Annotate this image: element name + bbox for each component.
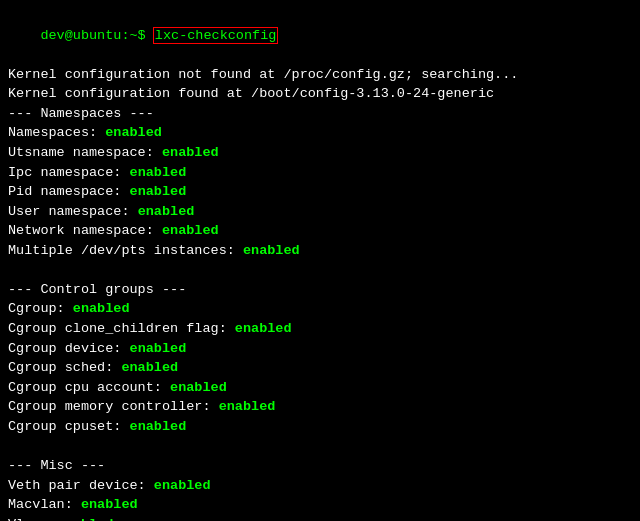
line-value: enabled (162, 145, 219, 160)
line-value: enabled (235, 321, 292, 336)
terminal-line: Cgroup memory controller: enabled (8, 397, 632, 417)
terminal-line: --- Namespaces --- (8, 104, 632, 124)
line-value: enabled (57, 517, 114, 521)
line-value: enabled (243, 243, 300, 258)
line-label: Cgroup: (8, 301, 73, 316)
line-label: User namespace: (8, 204, 138, 219)
line-label: Cgroup memory controller: (8, 399, 219, 414)
terminal-line: Cgroup: enabled (8, 299, 632, 319)
empty-line (8, 436, 632, 456)
terminal-line: Pid namespace: enabled (8, 182, 632, 202)
line-label: Cgroup device: (8, 341, 130, 356)
line-value: enabled (154, 478, 211, 493)
line-value: enabled (170, 380, 227, 395)
line-label: Macvlan: (8, 497, 81, 512)
terminal-window: dev@ubuntu:~$ lxc-checkconfig Kernel con… (8, 6, 632, 521)
line-label: Veth pair device: (8, 478, 154, 493)
line-value: enabled (219, 399, 276, 414)
terminal-line: Macvlan: enabled (8, 495, 632, 515)
terminal-line: User namespace: enabled (8, 202, 632, 222)
line-label: Pid namespace: (8, 184, 130, 199)
terminal-line: Cgroup device: enabled (8, 339, 632, 359)
line-label: Cgroup cpuset: (8, 419, 130, 434)
line-value: enabled (81, 497, 138, 512)
line-label: Cgroup cpu account: (8, 380, 170, 395)
line-label: Utsname namespace: (8, 145, 162, 160)
line-label: Ipc namespace: (8, 165, 130, 180)
prompt-line: dev@ubuntu:~$ lxc-checkconfig (8, 6, 632, 65)
line-value: enabled (130, 184, 187, 199)
line-label: Cgroup clone_children flag: (8, 321, 235, 336)
terminal-line: Utsname namespace: enabled (8, 143, 632, 163)
terminal-line: Cgroup cpuset: enabled (8, 417, 632, 437)
terminal-line: Vlan: enabled (8, 515, 632, 521)
terminal-line: Network namespace: enabled (8, 221, 632, 241)
empty-line (8, 260, 632, 280)
line-value: enabled (162, 223, 219, 238)
line-label: Cgroup sched: (8, 360, 121, 375)
terminal-line: --- Misc --- (8, 456, 632, 476)
prompt-text: dev@ubuntu:~$ (40, 28, 153, 43)
terminal-line: Cgroup cpu account: enabled (8, 378, 632, 398)
line-label: Namespaces: (8, 125, 105, 140)
command-text: lxc-checkconfig (154, 28, 278, 43)
terminal-line: --- Control groups --- (8, 280, 632, 300)
terminal-line: Kernel configuration not found at /proc/… (8, 65, 632, 85)
line-label: Multiple /dev/pts instances: (8, 243, 243, 258)
line-value: enabled (73, 301, 130, 316)
line-value: enabled (130, 419, 187, 434)
terminal-line: Ipc namespace: enabled (8, 163, 632, 183)
terminal-line: Cgroup sched: enabled (8, 358, 632, 378)
line-value: enabled (130, 341, 187, 356)
terminal-line: Cgroup clone_children flag: enabled (8, 319, 632, 339)
terminal-line: Multiple /dev/pts instances: enabled (8, 241, 632, 261)
terminal-line: Veth pair device: enabled (8, 476, 632, 496)
line-label: Network namespace: (8, 223, 162, 238)
terminal-line: Namespaces: enabled (8, 123, 632, 143)
line-value: enabled (105, 125, 162, 140)
terminal-line: Kernel configuration found at /boot/conf… (8, 84, 632, 104)
line-value: enabled (121, 360, 178, 375)
line-value: enabled (138, 204, 195, 219)
line-label: Vlan: (8, 517, 57, 521)
line-value: enabled (130, 165, 187, 180)
